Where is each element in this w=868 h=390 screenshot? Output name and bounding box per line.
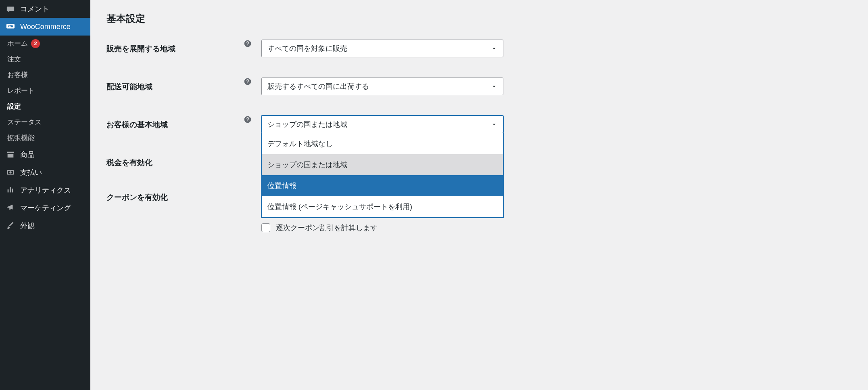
admin-sidebar: コメント WooCommerce ホーム 2 注文 お客様 レポート 設定 ステ… [0, 0, 90, 390]
submenu-item-orders[interactable]: 注文 [0, 51, 90, 67]
submenu-label: レポート [7, 86, 35, 95]
field-default-customer-location: お客様の基本地域 ショップの国または地域 デフォルト地域なし ショップの国または… [106, 115, 852, 133]
dropdown-option[interactable]: 位置情報 [262, 175, 503, 196]
help-icon[interactable] [244, 115, 252, 124]
woocommerce-submenu: ホーム 2 注文 お客様 レポート 設定 ステータス 拡張機能 [0, 36, 90, 146]
help-icon[interactable] [244, 40, 252, 48]
notification-badge: 2 [31, 39, 40, 48]
default-customer-location-select[interactable]: ショップの国または地域 [261, 115, 503, 133]
dropdown-option[interactable]: 位置情報 (ページキャッシュサポートを利用) [262, 196, 503, 217]
field-label: 税金を有効化 [106, 153, 244, 168]
brush-icon [6, 221, 15, 231]
submenu-label: 拡張機能 [7, 133, 35, 143]
sidebar-label: アナリティクス [20, 185, 71, 195]
submenu-label: 設定 [7, 102, 21, 111]
chevron-down-icon [491, 121, 497, 128]
sequential-coupon-checkbox[interactable] [261, 223, 270, 232]
select-value: ショップの国または地域 [267, 120, 347, 128]
select-value: 販売するすべての国に出荷する [267, 82, 369, 90]
submenu-item-home[interactable]: ホーム 2 [0, 36, 90, 51]
field-label: 配送可能地域 [106, 78, 244, 92]
submenu-item-settings[interactable]: 設定 [0, 99, 90, 114]
sidebar-item-woocommerce[interactable]: WooCommerce [0, 18, 90, 36]
field-shipping-locations: 配送可能地域 販売するすべての国に出荷する [106, 78, 852, 95]
help-icon[interactable] [244, 78, 252, 86]
sidebar-item-products[interactable]: 商品 [0, 146, 90, 164]
selling-locations-select[interactable]: すべての国を対象に販売 [261, 40, 503, 57]
chevron-down-icon [491, 45, 497, 52]
money-icon [6, 168, 15, 177]
main-content: 基本設定 販売を展開する地域 すべての国を対象に販売 配送可能地域 販売するすべ… [90, 0, 868, 390]
comment-icon [6, 4, 15, 14]
submenu-label: ホーム [7, 39, 28, 48]
sidebar-item-marketing[interactable]: マーケティング [0, 199, 90, 217]
sidebar-label: 支払い [20, 168, 42, 177]
sidebar-label: 外観 [20, 221, 35, 231]
sidebar-item-analytics[interactable]: アナリティクス [0, 181, 90, 199]
submenu-item-extensions[interactable]: 拡張機能 [0, 130, 90, 146]
sidebar-item-comments[interactable]: コメント [0, 0, 90, 18]
sidebar-label: コメント [20, 4, 49, 14]
submenu-item-reports[interactable]: レポート [0, 83, 90, 99]
field-label: クーポンを有効化 [106, 188, 244, 203]
field-label: 販売を展開する地域 [106, 40, 244, 54]
submenu-label: お客様 [7, 70, 28, 80]
dropdown-option[interactable]: ショップの国または地域 [262, 154, 503, 175]
submenu-item-status[interactable]: ステータス [0, 114, 90, 130]
shipping-locations-select[interactable]: 販売するすべての国に出荷する [261, 78, 503, 95]
sidebar-label: WooCommerce [20, 23, 71, 31]
chart-bar-icon [6, 185, 15, 195]
sidebar-item-payments[interactable]: 支払い [0, 164, 90, 181]
sidebar-label: マーケティング [20, 203, 71, 213]
woocommerce-icon [6, 22, 15, 31]
select-value: すべての国を対象に販売 [267, 44, 347, 52]
chevron-down-icon [491, 83, 497, 90]
megaphone-icon [6, 203, 15, 213]
field-selling-locations: 販売を展開する地域 すべての国を対象に販売 [106, 40, 852, 57]
field-label: お客様の基本地域 [106, 115, 244, 130]
checkbox-label: 逐次クーポン割引を計算します [276, 223, 378, 233]
section-title: 基本設定 [106, 12, 852, 25]
submenu-label: ステータス [7, 117, 42, 127]
sidebar-item-appearance[interactable]: 外観 [0, 217, 90, 235]
checkbox-row-sequential-coupon: 逐次クーポン割引を計算します [261, 223, 503, 233]
archive-icon [6, 150, 15, 159]
dropdown-option[interactable]: デフォルト地域なし [262, 133, 503, 154]
sidebar-label: 商品 [20, 150, 35, 159]
submenu-label: 注文 [7, 55, 21, 64]
default-customer-location-dropdown: デフォルト地域なし ショップの国または地域 位置情報 位置情報 (ページキャッシ… [261, 133, 503, 218]
submenu-item-customers[interactable]: お客様 [0, 67, 90, 83]
